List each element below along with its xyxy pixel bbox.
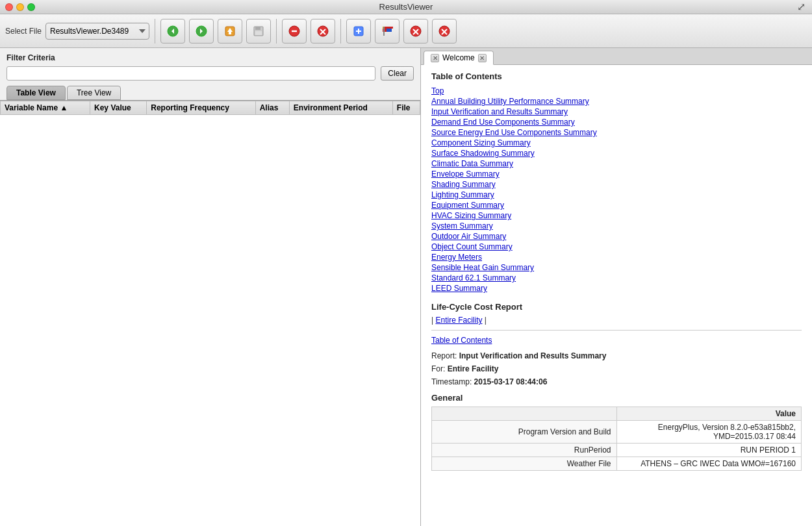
row-weather-value: ATHENS – GRC IWEC Data WMO#=167160 bbox=[616, 457, 802, 471]
general-title: General bbox=[431, 393, 802, 403]
back-icon bbox=[167, 25, 179, 37]
filter-header: Filter Criteria bbox=[0, 48, 420, 66]
separator-1 bbox=[155, 19, 155, 44]
toc-link-system[interactable]: System Summary bbox=[431, 221, 802, 231]
row-program-value: EnergyPlus, Version 8.2.0-e53a815bb2, YM… bbox=[616, 421, 802, 444]
col-reporting-freq[interactable]: Reporting Frequency bbox=[147, 101, 255, 115]
file-select[interactable]: ResultsViewer.De3489 bbox=[45, 23, 149, 40]
tab-close-x-right[interactable]: ✕ bbox=[478, 54, 487, 62]
row-program-label: Program Version and Build bbox=[432, 421, 617, 444]
toc-links: Top Annual Building Utility Performance … bbox=[431, 86, 802, 293]
forward-icon bbox=[196, 25, 207, 37]
report-for-value: Entire Facility bbox=[448, 364, 499, 373]
save-icon bbox=[253, 25, 264, 37]
report-table: Value Program Version and Build EnergyPl… bbox=[431, 407, 802, 471]
report-label: Report: Input Verification and Results S… bbox=[431, 351, 802, 360]
col-file[interactable]: File bbox=[392, 101, 420, 115]
toc-link-input[interactable]: Input Verification and Results Summary bbox=[431, 107, 802, 116]
upload-icon bbox=[224, 25, 236, 37]
flag-button[interactable] bbox=[375, 19, 400, 44]
add-button[interactable] bbox=[346, 19, 371, 44]
cancel-button[interactable] bbox=[403, 19, 428, 44]
toc-link-annual[interactable]: Annual Building Utility Performance Summ… bbox=[431, 97, 802, 106]
delete-button[interactable] bbox=[282, 19, 307, 44]
separator-3 bbox=[340, 19, 341, 44]
table-row: Weather File ATHENS – GRC IWEC Data WMO#… bbox=[432, 457, 802, 471]
toc-link-top[interactable]: Top bbox=[431, 86, 802, 95]
add-icon bbox=[353, 25, 364, 37]
toc-title: Table of Contents bbox=[431, 71, 802, 81]
data-table-container[interactable]: Variable Name ▲ Key Value Reporting Freq… bbox=[0, 100, 420, 526]
close-button[interactable] bbox=[5, 3, 13, 11]
content-area[interactable]: Table of Contents Top Annual Building Ut… bbox=[421, 65, 812, 526]
toc-link-energy-meters[interactable]: Energy Meters bbox=[431, 253, 802, 262]
back-button[interactable] bbox=[160, 19, 185, 44]
toc-link-object-count[interactable]: Object Count Summary bbox=[431, 242, 802, 251]
expand-icon[interactable]: ⤢ bbox=[797, 1, 806, 13]
life-cycle-title: Life-Cycle Cost Report bbox=[431, 302, 802, 312]
toc-link-component[interactable]: Component Sizing Summary bbox=[431, 138, 802, 147]
svg-rect-8 bbox=[255, 27, 260, 30]
tab-close-right: ✕ bbox=[478, 54, 487, 62]
toc-link-shading[interactable]: Shading Summary bbox=[431, 180, 802, 189]
upload-button[interactable] bbox=[218, 19, 242, 44]
view-tabs: Table View Tree View bbox=[0, 86, 420, 100]
col-alias[interactable]: Alias bbox=[255, 101, 289, 115]
toc-link-hvac[interactable]: HVAC Sizing Summary bbox=[431, 211, 802, 220]
toc-link-leed[interactable]: LEED Summary bbox=[431, 284, 802, 293]
window-controls bbox=[5, 3, 35, 11]
svg-rect-21 bbox=[385, 27, 393, 29]
minimize-button[interactable] bbox=[16, 3, 24, 11]
delete-all-icon bbox=[317, 25, 329, 37]
toc-link-outdoor[interactable]: Outdoor Air Summary bbox=[431, 232, 802, 241]
delete-all-button[interactable] bbox=[311, 19, 335, 44]
remove-icon bbox=[438, 25, 450, 37]
report-for: For: Entire Facility bbox=[431, 364, 802, 373]
table-view-tab[interactable]: Table View bbox=[6, 86, 66, 100]
row-runperiod-value: RUN PERIOD 1 bbox=[616, 444, 802, 457]
report-timestamp: Timestamp: 2015-03-17 08:44:06 bbox=[431, 377, 802, 386]
value-column-header: Value bbox=[616, 407, 802, 421]
maximize-button[interactable] bbox=[27, 3, 35, 11]
toc-link-envelope[interactable]: Envelope Summary bbox=[431, 169, 802, 179]
save-button[interactable] bbox=[246, 19, 271, 44]
col-key-value[interactable]: Key Value bbox=[90, 101, 147, 115]
select-file-label: Select File bbox=[5, 27, 42, 36]
left-panel: Filter Criteria Clear Table View Tree Vi… bbox=[0, 48, 421, 526]
table-row: RunPeriod RUN PERIOD 1 bbox=[432, 444, 802, 457]
toc-link-climatic[interactable]: Climatic Data Summary bbox=[431, 159, 802, 168]
tab-bar: ✕ Welcome ✕ bbox=[421, 48, 812, 65]
tree-view-tab[interactable]: Tree View bbox=[67, 86, 121, 100]
cancel-icon bbox=[410, 25, 422, 37]
tab-close-icon-left: ✕ bbox=[431, 54, 439, 62]
data-table: Variable Name ▲ Key Value Reporting Freq… bbox=[0, 101, 420, 115]
forward-button[interactable] bbox=[189, 19, 214, 44]
main-layout: Filter Criteria Clear Table View Tree Vi… bbox=[0, 48, 812, 526]
svg-rect-6 bbox=[229, 32, 231, 34]
toc-link-equipment[interactable]: Equipment Summary bbox=[431, 201, 802, 210]
toc2-link[interactable]: Table of Contents bbox=[431, 336, 802, 345]
toc-link-standard[interactable]: Standard 62.1 Summary bbox=[431, 273, 802, 282]
col-env-period[interactable]: Environment Period bbox=[289, 101, 392, 115]
right-panel: ✕ Welcome ✕ Table of Contents Top Annual… bbox=[421, 48, 812, 526]
svg-rect-9 bbox=[255, 31, 262, 35]
toc-link-sensible[interactable]: Sensible Heat Gain Summary bbox=[431, 263, 802, 272]
tab-welcome-label: Welcome bbox=[442, 53, 475, 62]
filter-input[interactable] bbox=[6, 66, 375, 81]
svg-rect-22 bbox=[383, 27, 385, 36]
tab-welcome[interactable]: ✕ Welcome ✕ bbox=[424, 51, 494, 65]
table-row: Program Version and Build EnergyPlus, Ve… bbox=[432, 421, 802, 444]
toc-link-demand[interactable]: Demand End Use Components Summary bbox=[431, 118, 802, 127]
clear-button[interactable]: Clear bbox=[381, 66, 414, 81]
row-weather-label: Weather File bbox=[432, 457, 617, 471]
toc-link-source[interactable]: Source Energy End Use Components Summary bbox=[431, 128, 802, 137]
report-title: Input Verification and Results Summary bbox=[459, 351, 607, 360]
toc-link-lighting[interactable]: Lighting Summary bbox=[431, 190, 802, 199]
toc-link-surface[interactable]: Surface Shadowing Summary bbox=[431, 149, 802, 158]
divider bbox=[431, 330, 802, 331]
flag-icon bbox=[381, 25, 393, 37]
col-variable-name[interactable]: Variable Name ▲ bbox=[1, 101, 90, 115]
entire-facility-link[interactable]: Entire Facility bbox=[435, 316, 482, 325]
remove-button[interactable] bbox=[432, 19, 457, 44]
tab-close-x[interactable]: ✕ bbox=[431, 54, 439, 62]
